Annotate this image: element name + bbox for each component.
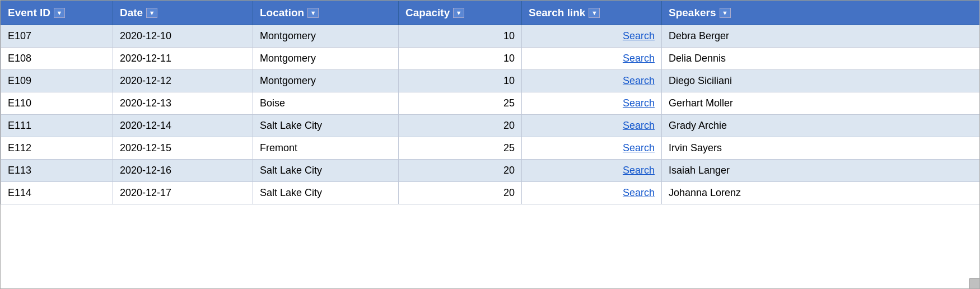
filter-button-event_id[interactable]: ▼: [54, 8, 65, 18]
cell-event-id: E112: [1, 137, 113, 160]
cell-event-id: E109: [1, 70, 113, 92]
column-label-speakers: Speakers: [669, 7, 716, 19]
cell-location: Montgomery: [253, 70, 399, 92]
column-label-location: Location: [260, 7, 304, 19]
cell-capacity: 20: [399, 160, 522, 182]
search-link-anchor[interactable]: Search: [623, 30, 655, 41]
filter-button-speakers[interactable]: ▼: [720, 8, 731, 18]
table-row: E1112020-12-14Salt Lake City20SearchGrad…: [1, 115, 981, 137]
cell-location: Salt Lake City: [253, 160, 399, 182]
column-label-search_link: Search link: [529, 7, 585, 19]
filter-button-location[interactable]: ▼: [307, 8, 319, 18]
cell-event-id: E107: [1, 25, 113, 48]
cell-search-link: Search: [522, 92, 662, 115]
column-label-capacity: Capacity: [405, 7, 450, 19]
cell-date: 2020-12-15: [113, 137, 253, 160]
search-link-anchor[interactable]: Search: [623, 165, 655, 176]
column-header-event_id: Event ID▼: [1, 1, 113, 25]
search-link-anchor[interactable]: Search: [623, 120, 655, 131]
cell-location: Salt Lake City: [253, 115, 399, 137]
cell-speakers: Johanna Lorenz: [662, 182, 981, 204]
cell-date: 2020-12-16: [113, 160, 253, 182]
cell-date: 2020-12-13: [113, 92, 253, 115]
table-row: E1102020-12-13Boise25SearchGerhart Molle…: [1, 92, 981, 115]
column-header-date: Date▼: [113, 1, 253, 25]
cell-date: 2020-12-11: [113, 48, 253, 70]
search-link-anchor[interactable]: Search: [623, 142, 655, 153]
column-header-search_link: Search link▼: [522, 1, 662, 25]
cell-event-id: E110: [1, 92, 113, 115]
column-label-event_id: Event ID: [8, 7, 50, 19]
search-link-anchor[interactable]: Search: [623, 75, 655, 86]
cell-date: 2020-12-17: [113, 182, 253, 204]
cell-search-link: Search: [522, 48, 662, 70]
cell-search-link: Search: [522, 182, 662, 204]
cell-date: 2020-12-10: [113, 25, 253, 48]
table-row: E1122020-12-15Fremont25SearchIrvin Sayer…: [1, 137, 981, 160]
cell-search-link: Search: [522, 160, 662, 182]
cell-speakers: Delia Dennis: [662, 48, 981, 70]
cell-speakers: Isaiah Langer: [662, 160, 981, 182]
search-link-anchor[interactable]: Search: [623, 53, 655, 64]
cell-capacity: 10: [399, 25, 522, 48]
cell-search-link: Search: [522, 25, 662, 48]
table-row: E1092020-12-12Montgomery10SearchDiego Si…: [1, 70, 981, 92]
column-header-speakers: Speakers▼: [662, 1, 981, 25]
cell-date: 2020-12-12: [113, 70, 253, 92]
filter-button-search_link[interactable]: ▼: [589, 8, 600, 18]
cell-search-link: Search: [522, 115, 662, 137]
cell-event-id: E111: [1, 115, 113, 137]
cell-speakers: Diego Siciliani: [662, 70, 981, 92]
cell-date: 2020-12-14: [113, 115, 253, 137]
cell-search-link: Search: [522, 137, 662, 160]
cell-speakers: Gerhart Moller: [662, 92, 981, 115]
cell-location: Salt Lake City: [253, 182, 399, 204]
search-link-anchor[interactable]: Search: [623, 97, 655, 109]
cell-location: Boise: [253, 92, 399, 115]
cell-speakers: Irvin Sayers: [662, 137, 981, 160]
data-table: Event ID▼Date▼Location▼Capacity▼Search l…: [0, 0, 980, 289]
cell-location: Fremont: [253, 137, 399, 160]
column-label-date: Date: [120, 7, 143, 19]
column-header-capacity: Capacity▼: [399, 1, 522, 25]
column-header-location: Location▼: [253, 1, 399, 25]
table-row: E1072020-12-10Montgomery10SearchDebra Be…: [1, 25, 981, 48]
cell-location: Montgomery: [253, 25, 399, 48]
cell-capacity: 10: [399, 48, 522, 70]
table-row: E1082020-12-11Montgomery10SearchDelia De…: [1, 48, 981, 70]
table-row: E1142020-12-17Salt Lake City20SearchJoha…: [1, 182, 981, 204]
cell-capacity: 25: [399, 137, 522, 160]
cell-event-id: E114: [1, 182, 113, 204]
search-link-anchor[interactable]: Search: [623, 187, 655, 198]
cell-location: Montgomery: [253, 48, 399, 70]
cell-event-id: E108: [1, 48, 113, 70]
cell-capacity: 20: [399, 115, 522, 137]
filter-button-capacity[interactable]: ▼: [453, 8, 464, 18]
cell-speakers: Grady Archie: [662, 115, 981, 137]
scroll-corner: [969, 278, 979, 288]
cell-search-link: Search: [522, 70, 662, 92]
cell-capacity: 20: [399, 182, 522, 204]
cell-speakers: Debra Berger: [662, 25, 981, 48]
table-row: E1132020-12-16Salt Lake City20SearchIsai…: [1, 160, 981, 182]
cell-capacity: 10: [399, 70, 522, 92]
cell-event-id: E113: [1, 160, 113, 182]
cell-capacity: 25: [399, 92, 522, 115]
filter-button-date[interactable]: ▼: [146, 8, 157, 18]
